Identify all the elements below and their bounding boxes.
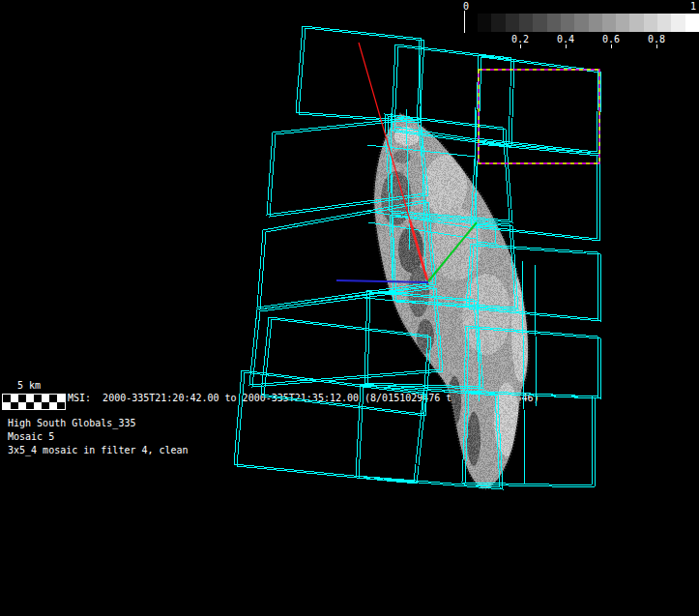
colorbar-step — [629, 14, 643, 32]
footprint-outline — [234, 370, 423, 482]
colorbar-step — [685, 14, 699, 32]
colorbar-step — [657, 14, 671, 32]
scalebar-cell — [49, 395, 57, 402]
scalebar-label: 5 km — [17, 380, 41, 392]
scalebar-cell — [57, 395, 65, 402]
colorbar-step — [561, 14, 574, 32]
colorbar-tick-mark — [566, 44, 567, 48]
scalebar-cell — [49, 402, 57, 410]
colorbar-step — [616, 14, 629, 32]
colorbar-step — [589, 14, 602, 32]
scalebar-cell — [18, 395, 26, 402]
scalebar-cell — [26, 395, 34, 402]
scene-canvas[interactable] — [0, 0, 699, 616]
scalebar-cell — [42, 402, 49, 410]
scalebar-cell — [18, 402, 26, 410]
scalebar-cell — [11, 395, 18, 402]
colorbar-step — [519, 14, 533, 32]
scalebar-cell — [34, 402, 42, 410]
scalebar-checkerboard — [2, 394, 66, 410]
scalebar-cell — [34, 395, 42, 402]
mosaic-planning-viewport[interactable]: MSI: 2000-335T21:20:42.00 to 2000-335T21… — [0, 0, 699, 616]
colorbar-step — [671, 14, 684, 32]
colorbar-tick-mark — [656, 44, 657, 48]
scalebar-cell — [3, 402, 11, 410]
colorbar-step — [574, 14, 588, 32]
scalebar-cell — [57, 402, 65, 410]
colorbar-step — [644, 14, 657, 32]
colorbar-step — [547, 14, 561, 32]
scalebar-cell — [42, 395, 49, 402]
colorbar-gradient — [478, 14, 699, 32]
colorbar-max-label: 1 — [685, 1, 699, 13]
colorbar-step — [533, 14, 546, 32]
footprint-edge — [535, 263, 537, 406]
colorbar-step — [602, 14, 616, 32]
colorbar-step — [506, 14, 519, 32]
colorbar-min-label: 0 — [458, 1, 474, 13]
selected-footprint-outline — [479, 70, 599, 163]
colorbar-tick-mark — [611, 44, 612, 48]
scalebar-cell — [11, 402, 18, 410]
colorbar-step — [491, 14, 505, 32]
selected-footprint-outline — [479, 70, 599, 163]
colorbar-zero-tick — [464, 11, 465, 33]
scalebar-cell — [26, 402, 34, 410]
colorbar-tick-mark — [520, 44, 521, 48]
footprint-outline — [296, 26, 422, 121]
scalebar-cell — [3, 395, 11, 402]
colorbar-step — [478, 14, 491, 32]
